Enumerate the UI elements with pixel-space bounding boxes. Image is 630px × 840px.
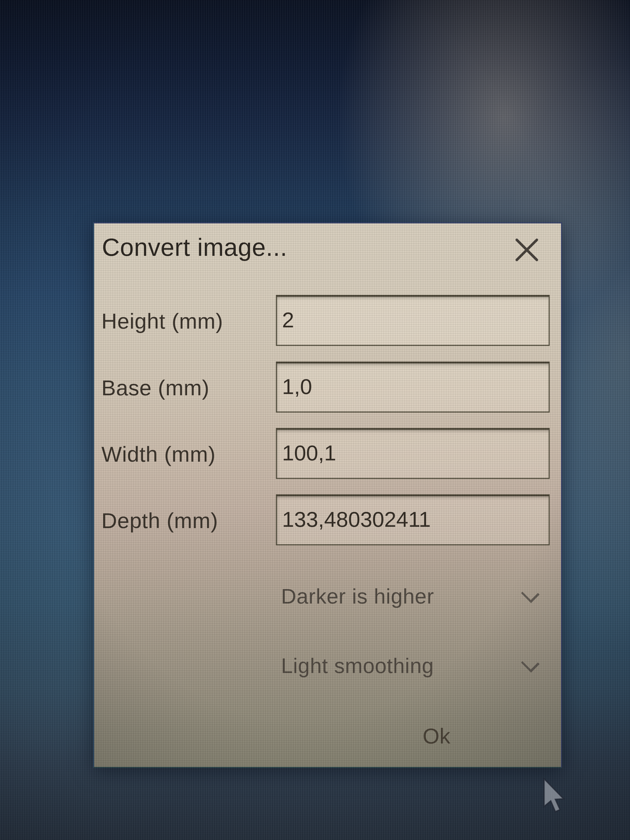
height-mapping-value: Darker is higher <box>276 584 434 608</box>
base-input[interactable] <box>276 362 550 412</box>
width-input[interactable] <box>276 428 550 479</box>
depth-label: Depth (mm) <box>101 508 218 533</box>
base-label: Base (mm) <box>101 376 210 400</box>
ok-button[interactable]: Ok <box>406 721 467 752</box>
depth-input[interactable] <box>276 494 550 545</box>
convert-image-dialog: Convert image... Height (mm) Base (mm) W… <box>93 223 562 768</box>
close-button[interactable] <box>513 236 540 264</box>
height-label: Height (mm) <box>101 309 223 334</box>
close-icon <box>513 236 540 264</box>
smoothing-dropdown[interactable]: Light smoothing <box>276 646 555 685</box>
mouse-cursor-icon <box>542 778 568 815</box>
height-input[interactable] <box>276 295 550 346</box>
width-label: Width (mm) <box>101 442 216 467</box>
height-mapping-dropdown[interactable]: Darker is higher <box>276 577 555 616</box>
smoothing-value: Light smoothing <box>276 654 434 678</box>
chevron-down-icon <box>521 585 540 603</box>
dialog-title: Convert image... <box>102 233 287 262</box>
chevron-down-icon <box>521 654 540 673</box>
desktop: { "window": { "title": "Convert image...… <box>0 0 630 840</box>
